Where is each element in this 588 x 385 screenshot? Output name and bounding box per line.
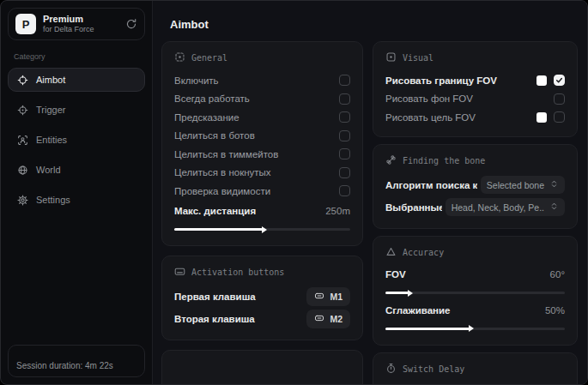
card-switch-delay: Switch Delay Задержка переключения Задер… [373, 352, 578, 385]
setting-label: Рисовать фон FOV [385, 93, 473, 104]
setting-row: Рисовать границу FOV [385, 71, 565, 90]
setting-row: Всегда работать [174, 90, 350, 109]
sidebar-item-label: Settings [36, 195, 70, 205]
trigger-icon [17, 105, 28, 116]
card-finding-the-bone: Finding the bone Алгоритм поиска кости S… [373, 144, 578, 229]
activation-section-header: Activation buttons [174, 266, 350, 279]
max-distance-slider[interactable] [174, 228, 350, 231]
setting-label: Первая клавиша [174, 292, 256, 302]
mouse-icon [314, 313, 324, 325]
card-empty [161, 350, 363, 384]
slider-thumb[interactable] [469, 325, 474, 332]
second-key-button[interactable]: M2 [306, 310, 350, 328]
visibility-check-checkbox[interactable] [339, 185, 350, 196]
switch-delay-section-header: Switch Delay [385, 363, 565, 376]
fov-border-color-swatch[interactable] [536, 75, 547, 86]
setting-row: Первая клавиша M1 [174, 286, 350, 308]
selected-bones-select[interactable]: Head, Neck, Body, Pe.. [446, 198, 565, 216]
triangle-icon [385, 246, 397, 259]
prediction-checkbox[interactable] [339, 111, 350, 123]
enable-checkbox[interactable] [339, 75, 350, 86]
setting-row: Включить [174, 71, 350, 90]
target-bots-checkbox[interactable] [339, 130, 350, 141]
category-label: Category [14, 52, 145, 61]
setting-label: Рисовать границу FOV [385, 75, 497, 86]
sync-icon[interactable] [125, 18, 137, 30]
sidebar-item-trigger[interactable]: Trigger [8, 98, 145, 122]
brand-logo: P [15, 14, 36, 34]
chevron-up-down-icon [549, 202, 559, 213]
sidebar: P Premium for Delta Force Category Aimbo… [1, 1, 152, 384]
setting-row: Целиться в тиммейтов [174, 145, 350, 164]
sidebar-item-world[interactable]: World [8, 158, 145, 182]
sidebar-item-settings[interactable]: Settings [8, 188, 145, 212]
setting-label: Выбранные кости [385, 202, 442, 213]
target-teammates-checkbox[interactable] [339, 148, 350, 159]
smoothing-value: 50% [545, 305, 565, 316]
setting-label: Макс. дистанция [174, 206, 256, 216]
visual-section-header: Visual [385, 51, 565, 64]
stopwatch-icon [385, 363, 397, 376]
setting-row: Алгоритм поиска кости Selected bone [385, 174, 565, 196]
setting-row: Рисовать цель FOV [385, 108, 565, 127]
sidebar-item-aimbot[interactable]: Aimbot [8, 68, 145, 92]
max-distance-value: 250m [325, 206, 350, 216]
setting-row: Целиться в ботов [174, 127, 350, 146]
card-visual: Visual Рисовать границу FOV Рисовать фон… [373, 41, 578, 137]
setting-label: Целиться в нокнутых [174, 167, 271, 177]
setting-label: Всегда работать [174, 93, 250, 104]
slider-thumb[interactable] [262, 226, 267, 233]
setting-label: Алгоритм поиска кости [385, 180, 477, 190]
setting-label: Целиться в тиммейтов [174, 149, 278, 159]
setting-row: Предсказание [174, 108, 350, 127]
setting-row: Целиться в нокнутых [174, 164, 350, 183]
setting-label: FOV [385, 269, 406, 280]
setting-label: Целиться в ботов [174, 130, 255, 141]
setting-label: Рисовать цель FOV [385, 112, 476, 123]
bone-algorithm-select[interactable]: Selected bone [481, 176, 565, 194]
app-window: P Premium for Delta Force Category Aimbo… [0, 0, 588, 385]
sidebar-item-label: World [36, 165, 61, 175]
chevron-up-down-icon [549, 179, 559, 190]
setting-row: FOV 60° [385, 266, 565, 285]
draw-fov-background-checkbox[interactable] [554, 93, 565, 105]
sidebar-item-label: Aimbot [36, 75, 65, 85]
setting-label: Включить [174, 75, 219, 86]
gear-icon [17, 195, 28, 206]
sidebar-item-label: Trigger [36, 105, 65, 115]
setting-label: Сглаживание [385, 305, 450, 316]
brand-title: Premium [43, 14, 118, 26]
general-section-header: General [174, 51, 350, 64]
accuracy-section-header: Accuracy [385, 246, 565, 259]
brand-card: P Premium for Delta Force [8, 8, 145, 40]
sidebar-nav: Aimbot Trigger Entities World [8, 68, 145, 212]
smoothing-slider[interactable] [385, 328, 565, 330]
first-key-button[interactable]: M1 [306, 287, 350, 306]
setting-row: Задержка переключения [385, 382, 565, 385]
draw-fov-border-checkbox[interactable] [554, 75, 565, 86]
focus-frame-icon [174, 51, 185, 64]
main-panel: Aimbot General Включить В [152, 1, 587, 384]
page-title: Aimbot [170, 18, 587, 31]
fov-value: 60° [550, 269, 565, 280]
fov-target-color-swatch[interactable] [536, 112, 547, 123]
session-duration-text: Session duration: 4m 22s [16, 361, 113, 376]
draw-fov-target-checkbox[interactable] [554, 111, 565, 123]
keyboard-icon [174, 266, 185, 279]
setting-label: Вторая клавиша [174, 314, 255, 324]
slider-thumb[interactable] [408, 290, 413, 297]
sidebar-item-entities[interactable]: Entities [8, 128, 145, 152]
setting-row: Рисовать фон FOV [385, 90, 565, 109]
card-general: General Включить Всегда работать Предска… [161, 41, 363, 246]
entities-icon [17, 135, 28, 146]
always-work-checkbox[interactable] [339, 93, 350, 105]
globe-icon [17, 165, 28, 176]
target-knocked-checkbox[interactable] [339, 167, 350, 178]
setting-row: Макс. дистанция 250m [174, 202, 350, 221]
brand-subtitle: for Delta Force [43, 25, 118, 34]
setting-label: Проверка видимости [174, 186, 270, 196]
setting-row: Вторая клавиша M2 [174, 308, 350, 330]
setting-row: Сглаживание 50% [385, 301, 565, 320]
fov-slider[interactable] [385, 292, 565, 294]
frame-dot-icon [385, 51, 397, 64]
